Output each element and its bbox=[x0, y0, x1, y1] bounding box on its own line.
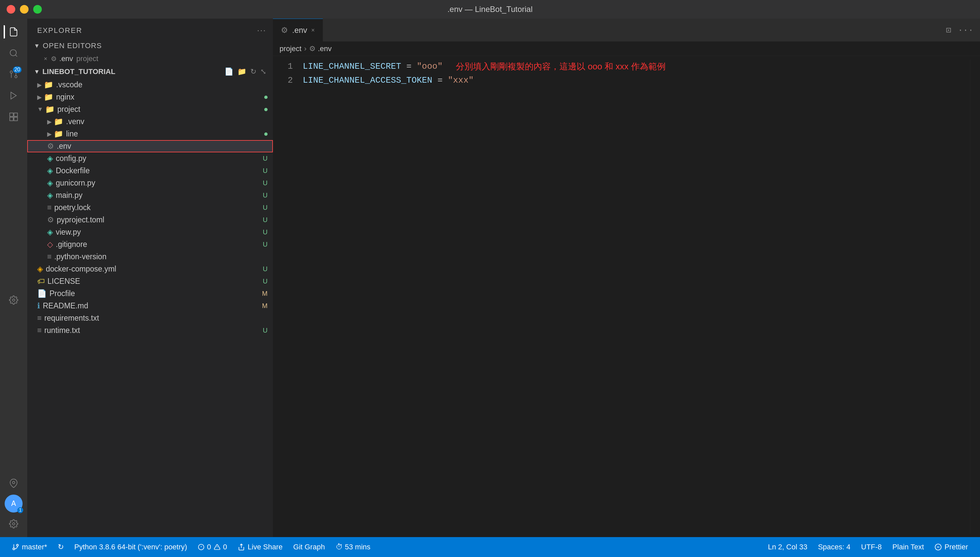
tab-env[interactable]: ⚙ .env × bbox=[273, 19, 323, 41]
tree-item-pyproject[interactable]: ⚙ pyproject.toml U bbox=[27, 214, 273, 226]
file-type[interactable]: Plain Text bbox=[887, 543, 929, 551]
refresh-icon[interactable]: ↻ bbox=[250, 67, 256, 76]
live-share[interactable]: Live Share bbox=[233, 537, 288, 557]
tree-item-config[interactable]: ◈ config.py U bbox=[27, 152, 273, 164]
split-editor-icon[interactable]: ⊡ bbox=[946, 25, 951, 36]
breadcrumb: project › ⚙ .env bbox=[273, 42, 980, 56]
svg-line-1 bbox=[15, 55, 17, 57]
minimize-button[interactable] bbox=[20, 5, 29, 14]
git-graph[interactable]: Git Graph bbox=[288, 537, 330, 557]
spaces[interactable]: Spaces: 4 bbox=[813, 543, 856, 551]
tree-item-project[interactable]: ▼ 📁 project bbox=[27, 103, 273, 116]
tree-item-view[interactable]: ◈ view.py U bbox=[27, 226, 273, 238]
timer[interactable]: ⏱ 53 mins bbox=[330, 537, 376, 557]
source-control-badge: 20 bbox=[13, 67, 21, 73]
avatar-badge: 1 bbox=[17, 507, 23, 513]
open-editor-item[interactable]: × ⚙ .env project bbox=[27, 53, 273, 65]
activity-manage[interactable] bbox=[4, 514, 24, 534]
activity-bar: 20 A 1 bbox=[0, 19, 27, 537]
tree-item-nginx[interactable]: ▶ 📁 nginx bbox=[27, 91, 273, 103]
svg-point-11 bbox=[13, 481, 15, 484]
code-line-2: LINE_CHANNEL_ACCESS_TOKEN = "xxx" bbox=[303, 73, 970, 87]
tree-item-license[interactable]: 🏷 LICENSE U bbox=[27, 275, 273, 287]
git-branch-icon bbox=[12, 543, 19, 551]
open-editors-section: ▼ OPEN EDITORS × ⚙ .env project bbox=[27, 39, 273, 65]
svg-rect-8 bbox=[14, 117, 17, 121]
tree-item-docker-compose[interactable]: ◈ docker-compose.yml U bbox=[27, 263, 273, 275]
sidebar: EXPLORER ··· ▼ OPEN EDITORS × ⚙ .env pro… bbox=[27, 19, 273, 537]
maximize-button[interactable] bbox=[33, 5, 42, 14]
tree-item-gunicorn[interactable]: ◈ gunicorn.py U bbox=[27, 177, 273, 189]
svg-point-14 bbox=[16, 544, 19, 546]
collapse-icon[interactable]: ⤡ bbox=[260, 67, 266, 76]
line-numbers: 1 2 bbox=[273, 59, 300, 534]
window-title: .env — LineBot_Tutorial bbox=[448, 5, 533, 14]
linebot-tutorial-header[interactable]: ▼ LINEBOT_TUTORIAL 📄 📁 ↻ ⤡ bbox=[27, 65, 273, 79]
tree-item-readme[interactable]: ℹ README.md M bbox=[27, 300, 273, 312]
svg-marker-5 bbox=[11, 92, 16, 99]
svg-rect-7 bbox=[14, 113, 17, 117]
error-icon bbox=[198, 544, 205, 550]
tab-close-button[interactable]: × bbox=[311, 27, 315, 34]
explorer-header-icons: ··· bbox=[257, 25, 266, 36]
tree-item-vscode[interactable]: ▶ 📁 .vscode bbox=[27, 79, 273, 91]
tree-item-python-version[interactable]: ≡ .python-version bbox=[27, 251, 273, 263]
titlebar: .env — LineBot_Tutorial bbox=[0, 0, 980, 19]
ln-col[interactable]: Ln 2, Col 33 bbox=[763, 543, 813, 551]
activity-remote[interactable] bbox=[4, 473, 24, 493]
tab-bar: ⚙ .env × ⊡ ··· bbox=[273, 19, 980, 42]
status-bar: master* ↻ Python 3.8.6 64-bit (':venv': … bbox=[0, 537, 980, 557]
svg-point-3 bbox=[10, 71, 13, 73]
close-button[interactable] bbox=[7, 5, 15, 14]
sync-button[interactable]: ↻ bbox=[52, 537, 69, 557]
live-share-icon bbox=[238, 543, 245, 551]
close-editor-icon[interactable]: × bbox=[44, 55, 47, 62]
git-branch[interactable]: master* bbox=[7, 537, 52, 557]
file-tree: ▶ 📁 .vscode ▶ 📁 nginx ▼ 📁 project bbox=[27, 79, 273, 337]
breadcrumb-sep: › bbox=[304, 44, 306, 53]
activity-extensions[interactable] bbox=[4, 107, 24, 127]
new-folder-icon[interactable]: 📁 bbox=[238, 67, 246, 76]
tree-item-line[interactable]: ▶ 📁 line bbox=[27, 128, 273, 140]
code-lines: LINE_CHANNEL_SECRET = "ooo" 分別填入剛剛複製的內容，… bbox=[300, 59, 970, 534]
editor-top-right: ⊡ ··· bbox=[946, 25, 980, 36]
new-file-icon[interactable]: 📄 bbox=[225, 67, 233, 76]
line-status bbox=[264, 132, 268, 136]
svg-point-2 bbox=[15, 76, 17, 78]
tree-item-dockerfile[interactable]: ◈ Dockerfile U bbox=[27, 164, 273, 177]
svg-point-10 bbox=[13, 299, 15, 301]
encoding[interactable]: UTF-8 bbox=[856, 543, 887, 551]
tree-item-venv[interactable]: ▶ 📁 .venv bbox=[27, 116, 273, 128]
avatar[interactable]: A 1 bbox=[5, 495, 23, 513]
python-version[interactable]: Python 3.8.6 64-bit (':venv': poetry) bbox=[69, 537, 192, 557]
more-icon[interactable]: ··· bbox=[257, 25, 266, 36]
svg-point-0 bbox=[10, 50, 16, 56]
activity-run[interactable] bbox=[4, 86, 24, 106]
editor-content[interactable]: 1 2 LINE_CHANNEL_SECRET = "ooo" 分別填入剛剛複製… bbox=[273, 56, 980, 537]
more-options-icon[interactable]: ··· bbox=[958, 25, 973, 35]
tree-item-main[interactable]: ◈ main.py U bbox=[27, 189, 273, 202]
tree-item-procfile[interactable]: 📄 Procfile M bbox=[27, 287, 273, 300]
linebot-tutorial-section: ▼ LINEBOT_TUTORIAL 📄 📁 ↻ ⤡ ▶ 📁 .vscode bbox=[27, 65, 273, 337]
tree-item-runtime[interactable]: ≡ runtime.txt U bbox=[27, 324, 273, 337]
code-line-1: LINE_CHANNEL_SECRET = "ooo" 分別填入剛剛複製的內容，… bbox=[303, 59, 970, 73]
project-status bbox=[264, 108, 268, 111]
svg-rect-9 bbox=[10, 117, 13, 121]
sync-icon: ↻ bbox=[58, 543, 64, 551]
open-editors-header[interactable]: ▼ OPEN EDITORS bbox=[27, 39, 273, 53]
tree-item-env[interactable]: ⚙ .env bbox=[27, 140, 273, 152]
activity-explorer[interactable] bbox=[4, 22, 24, 42]
tree-item-poetry[interactable]: ≡ poetry.lock U bbox=[27, 202, 273, 214]
svg-rect-6 bbox=[10, 113, 13, 117]
prettier[interactable]: Prettier bbox=[929, 543, 973, 551]
status-right: Ln 2, Col 33 Spaces: 4 UTF-8 Plain Text … bbox=[763, 543, 973, 551]
tree-item-gitignore[interactable]: ◇ .gitignore U bbox=[27, 238, 273, 251]
activity-source-control[interactable]: 20 bbox=[4, 64, 24, 84]
errors-warnings[interactable]: 0 0 bbox=[192, 537, 233, 557]
activity-settings-gear[interactable] bbox=[4, 290, 24, 310]
activity-bottom: A 1 bbox=[4, 473, 24, 534]
tree-item-requirements[interactable]: ≡ requirements.txt bbox=[27, 312, 273, 324]
minimap bbox=[970, 59, 980, 534]
activity-search[interactable] bbox=[4, 43, 24, 63]
code-annotation: 分別填入剛剛複製的內容，這邊以 ooo 和 xxx 作為範例 bbox=[456, 61, 665, 72]
